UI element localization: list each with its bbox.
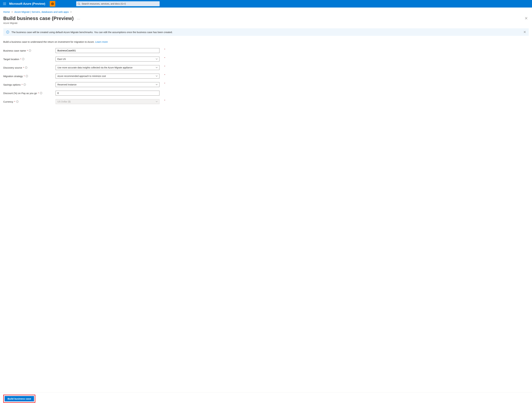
required-indicator: * [24,75,25,78]
chevron-down-icon [156,101,158,102]
required-indicator: * [38,92,39,94]
savings-options-select[interactable]: Reserved Instance [56,82,160,87]
page-title: Build business case (Preview) [3,15,73,21]
required-indicator: * [164,57,165,59]
chevron-down-icon [156,75,158,77]
info-tooltip-icon[interactable]: i [40,92,42,94]
row-business-case-name: Business case name * i * [3,48,165,53]
discovery-source-value: Use more accurate data insights collecte… [57,66,133,69]
required-indicator: * [20,58,21,61]
row-savings-options: Savings options * i Reserved Instance * [3,82,165,87]
label-savings-options: Savings options * i [3,83,56,86]
close-blade-button[interactable] [524,15,529,21]
learn-more-link[interactable]: Learn more [95,40,108,43]
required-indicator: * [164,99,165,102]
currency-select: US Dollar ($) [56,99,160,104]
breadcrumb-azure-migrate[interactable]: Azure Migrate | Servers, databases and w… [14,10,69,13]
info-tooltip-icon[interactable]: i [16,101,19,103]
bug-report-button[interactable] [50,1,55,7]
label-business-case-name: Business case name * i [3,49,56,52]
search-icon [78,3,80,5]
footer-bar: Build business case [0,392,532,405]
close-icon [524,31,526,33]
breadcrumb: Home Azure Migrate | Servers, databases … [3,9,529,15]
hamburger-icon [3,3,6,5]
info-tooltip-icon[interactable]: i [25,67,27,69]
chevron-down-icon [156,84,158,85]
row-target-location: Target location * i East US * [3,57,165,61]
row-currency: Currency * i US Dollar ($) * [3,99,165,104]
search-input[interactable] [82,2,158,5]
page-header: Build business case (Preview) ··· Azure … [3,15,529,24]
label-discount: Discount (%) on Pay as you go * i [3,92,56,94]
info-icon [6,31,9,34]
row-discovery-source: Discovery source * i Use more accurate d… [3,65,165,70]
bug-icon [51,2,54,5]
breadcrumb-home[interactable]: Home [3,10,10,13]
main-content: Home Azure Migrate | Servers, databases … [0,7,532,392]
info-tooltip-icon[interactable]: i [22,58,24,60]
label-discovery-source: Discovery source * i [3,66,56,69]
chevron-right-icon [70,10,72,13]
label-target-location: Target location * i [3,58,56,61]
required-indicator: * [164,48,165,51]
label-currency: Currency * i [3,100,56,103]
label-migration-strategy: Migration strategy * i [3,75,56,78]
intro-paragraph: Build a business case to understand the … [3,40,529,43]
migration-strategy-select[interactable]: Azure recommended approach to minimize c… [56,74,160,79]
info-banner: The business case will be created using … [3,28,529,36]
chevron-right-icon [12,10,13,13]
required-indicator: * [164,74,165,76]
business-case-form: Business case name * i * Target location… [3,48,165,108]
required-indicator: * [23,66,24,69]
required-indicator: * [14,100,15,103]
brand-title: Microsoft Azure (Preview) [9,2,45,6]
row-migration-strategy: Migration strategy * i Azure recommended… [3,74,165,79]
savings-options-value: Reserved Instance [57,83,77,86]
page-subtitle: Azure Migrate [3,22,80,24]
required-indicator: * [164,82,165,85]
chevron-down-icon [156,58,158,60]
info-banner-text: The business case will be created using … [12,31,521,34]
info-tooltip-icon[interactable]: i [29,49,31,52]
more-actions-button[interactable]: ··· [77,16,80,21]
chevron-down-icon [156,67,158,68]
hamburger-menu-button[interactable] [1,0,8,7]
migration-strategy-value: Azure recommended approach to minimize c… [57,75,106,77]
close-icon [525,17,527,20]
global-search[interactable] [76,1,160,6]
discovery-source-select[interactable]: Use more accurate data insights collecte… [56,65,160,70]
row-discount: Discount (%) on Pay as you go * i [3,91,165,95]
info-tooltip-icon[interactable]: i [24,83,26,86]
currency-value: US Dollar ($) [57,100,71,103]
target-location-select[interactable]: East US [56,57,160,61]
top-header: Microsoft Azure (Preview) [0,0,532,7]
svg-point-1 [78,3,80,4]
intro-text: Build a business case to understand the … [3,40,95,43]
info-tooltip-icon[interactable]: i [26,75,28,77]
target-location-value: East US [57,58,66,60]
build-business-case-button[interactable]: Build business case [5,396,34,401]
required-indicator: * [27,49,28,52]
info-banner-close-button[interactable] [524,31,526,34]
svg-point-3 [7,31,8,32]
highlight-annotation: Build business case [3,395,35,403]
required-indicator: * [22,83,23,86]
discount-input[interactable] [56,91,160,95]
required-indicator: * [164,65,165,68]
business-case-name-input[interactable] [56,48,160,53]
